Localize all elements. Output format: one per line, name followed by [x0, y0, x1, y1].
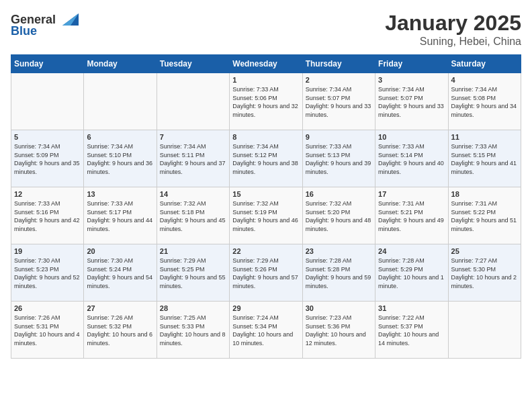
day-number: 6 [87, 133, 153, 141]
calendar-cell: 25Sunrise: 7:27 AM Sunset: 5:30 PM Dayli… [448, 244, 521, 302]
day-info: Sunrise: 7:33 AM Sunset: 5:15 PM Dayligh… [451, 142, 518, 176]
weekday-wednesday: Wednesday [230, 55, 302, 73]
day-number: 28 [160, 304, 226, 312]
day-number: 25 [451, 247, 518, 255]
day-info: Sunrise: 7:32 AM Sunset: 5:20 PM Dayligh… [306, 199, 372, 233]
calendar-cell [84, 73, 157, 130]
calendar-cell: 13Sunrise: 7:33 AM Sunset: 5:17 PM Dayli… [84, 187, 157, 244]
day-number: 9 [306, 133, 372, 141]
day-number: 19 [14, 247, 81, 255]
day-number: 31 [378, 304, 445, 312]
location-title: Suning, Hebei, China [385, 36, 521, 48]
day-number: 10 [378, 133, 445, 141]
day-info: Sunrise: 7:29 AM Sunset: 5:26 PM Dayligh… [232, 257, 299, 290]
day-info: Sunrise: 7:25 AM Sunset: 5:33 PM Dayligh… [160, 314, 226, 347]
day-info: Sunrise: 7:34 AM Sunset: 5:07 PM Dayligh… [378, 85, 445, 119]
day-number: 16 [306, 190, 372, 198]
day-info: Sunrise: 7:28 AM Sunset: 5:29 PM Dayligh… [378, 257, 445, 290]
day-number: 26 [14, 304, 81, 312]
day-info: Sunrise: 7:32 AM Sunset: 5:19 PM Dayligh… [232, 199, 299, 233]
day-info: Sunrise: 7:30 AM Sunset: 5:23 PM Dayligh… [14, 257, 81, 290]
calendar-cell: 28Sunrise: 7:25 AM Sunset: 5:33 PM Dayli… [157, 302, 229, 359]
day-number: 20 [87, 247, 153, 255]
day-info: Sunrise: 7:33 AM Sunset: 5:06 PM Dayligh… [232, 85, 299, 119]
day-info: Sunrise: 7:34 AM Sunset: 5:11 PM Dayligh… [160, 142, 226, 176]
day-info: Sunrise: 7:22 AM Sunset: 5:37 PM Dayligh… [378, 314, 445, 347]
weekday-sunday: Sunday [11, 55, 84, 73]
day-info: Sunrise: 7:30 AM Sunset: 5:24 PM Dayligh… [87, 257, 153, 290]
day-info: Sunrise: 7:26 AM Sunset: 5:31 PM Dayligh… [14, 314, 81, 347]
calendar-cell: 3Sunrise: 7:34 AM Sunset: 5:07 PM Daylig… [375, 73, 448, 130]
day-number: 23 [306, 247, 372, 255]
calendar-cell: 19Sunrise: 7:30 AM Sunset: 5:23 PM Dayli… [11, 244, 84, 302]
calendar-cell: 15Sunrise: 7:32 AM Sunset: 5:19 PM Dayli… [230, 187, 302, 244]
calendar-cell: 20Sunrise: 7:30 AM Sunset: 5:24 PM Dayli… [84, 244, 157, 302]
day-number: 12 [14, 190, 81, 198]
day-info: Sunrise: 7:33 AM Sunset: 5:17 PM Dayligh… [87, 199, 153, 233]
weekday-thursday: Thursday [302, 55, 375, 73]
day-number: 5 [14, 133, 81, 141]
logo-icon [57, 11, 79, 28]
calendar-cell: 29Sunrise: 7:24 AM Sunset: 5:34 PM Dayli… [230, 302, 302, 359]
day-number: 2 [306, 76, 372, 84]
weekday-monday: Monday [84, 55, 157, 73]
calendar-cell: 18Sunrise: 7:31 AM Sunset: 5:22 PM Dayli… [448, 187, 521, 244]
day-info: Sunrise: 7:34 AM Sunset: 5:12 PM Dayligh… [232, 142, 299, 176]
day-number: 4 [451, 76, 518, 84]
calendar-cell: 2Sunrise: 7:34 AM Sunset: 5:07 PM Daylig… [302, 73, 375, 130]
calendar-cell: 30Sunrise: 7:23 AM Sunset: 5:36 PM Dayli… [302, 302, 375, 359]
calendar-cell: 4Sunrise: 7:34 AM Sunset: 5:08 PM Daylig… [448, 73, 521, 130]
day-number: 1 [232, 76, 299, 84]
day-number: 30 [306, 304, 372, 312]
calendar-table: SundayMondayTuesdayWednesdayThursdayFrid… [11, 54, 521, 359]
day-number: 21 [160, 247, 226, 255]
week-row-4: 19Sunrise: 7:30 AM Sunset: 5:23 PM Dayli… [11, 244, 521, 302]
calendar-cell [157, 73, 229, 130]
calendar-cell: 12Sunrise: 7:33 AM Sunset: 5:16 PM Dayli… [11, 187, 84, 244]
month-title: January 2025 [385, 11, 521, 36]
calendar-cell: 17Sunrise: 7:31 AM Sunset: 5:21 PM Dayli… [375, 187, 448, 244]
day-number: 15 [232, 190, 299, 198]
calendar-cell: 27Sunrise: 7:26 AM Sunset: 5:32 PM Dayli… [84, 302, 157, 359]
week-row-1: 1Sunrise: 7:33 AM Sunset: 5:06 PM Daylig… [11, 73, 521, 130]
week-row-3: 12Sunrise: 7:33 AM Sunset: 5:16 PM Dayli… [11, 187, 521, 244]
day-number: 14 [160, 190, 226, 198]
day-info: Sunrise: 7:27 AM Sunset: 5:30 PM Dayligh… [451, 257, 518, 290]
day-number: 13 [87, 190, 153, 198]
calendar-cell: 24Sunrise: 7:28 AM Sunset: 5:29 PM Dayli… [375, 244, 448, 302]
calendar-cell: 5Sunrise: 7:34 AM Sunset: 5:09 PM Daylig… [11, 130, 84, 187]
day-info: Sunrise: 7:24 AM Sunset: 5:34 PM Dayligh… [232, 314, 299, 347]
day-info: Sunrise: 7:31 AM Sunset: 5:21 PM Dayligh… [378, 199, 445, 233]
week-row-2: 5Sunrise: 7:34 AM Sunset: 5:09 PM Daylig… [11, 130, 521, 187]
day-info: Sunrise: 7:29 AM Sunset: 5:25 PM Dayligh… [160, 257, 226, 290]
calendar-cell: 16Sunrise: 7:32 AM Sunset: 5:20 PM Dayli… [302, 187, 375, 244]
calendar-cell: 22Sunrise: 7:29 AM Sunset: 5:26 PM Dayli… [230, 244, 302, 302]
calendar-cell: 21Sunrise: 7:29 AM Sunset: 5:25 PM Dayli… [157, 244, 229, 302]
calendar-cell: 31Sunrise: 7:22 AM Sunset: 5:37 PM Dayli… [375, 302, 448, 359]
day-info: Sunrise: 7:32 AM Sunset: 5:18 PM Dayligh… [160, 199, 226, 233]
calendar-cell: 23Sunrise: 7:28 AM Sunset: 5:28 PM Dayli… [302, 244, 375, 302]
day-info: Sunrise: 7:33 AM Sunset: 5:14 PM Dayligh… [378, 142, 445, 176]
day-number: 24 [378, 247, 445, 255]
day-number: 11 [451, 133, 518, 141]
calendar-cell: 6Sunrise: 7:34 AM Sunset: 5:10 PM Daylig… [84, 130, 157, 187]
weekday-friday: Friday [375, 55, 448, 73]
calendar-cell: 9Sunrise: 7:33 AM Sunset: 5:13 PM Daylig… [302, 130, 375, 187]
day-number: 29 [232, 304, 299, 312]
day-number: 7 [160, 133, 226, 141]
day-info: Sunrise: 7:31 AM Sunset: 5:22 PM Dayligh… [451, 199, 518, 233]
calendar-cell: 7Sunrise: 7:34 AM Sunset: 5:11 PM Daylig… [157, 130, 229, 187]
calendar-cell [11, 73, 84, 130]
calendar-cell: 8Sunrise: 7:34 AM Sunset: 5:12 PM Daylig… [230, 130, 302, 187]
day-info: Sunrise: 7:23 AM Sunset: 5:36 PM Dayligh… [306, 314, 372, 347]
day-info: Sunrise: 7:34 AM Sunset: 5:09 PM Dayligh… [14, 142, 81, 176]
weekday-tuesday: Tuesday [157, 55, 229, 73]
day-info: Sunrise: 7:33 AM Sunset: 5:13 PM Dayligh… [306, 142, 372, 176]
day-number: 8 [232, 133, 299, 141]
logo: General Blue [11, 11, 80, 38]
day-number: 17 [378, 190, 445, 198]
logo-blue-text: Blue [11, 24, 37, 38]
day-info: Sunrise: 7:34 AM Sunset: 5:08 PM Dayligh… [451, 85, 518, 119]
calendar-cell [448, 302, 521, 359]
calendar-cell: 10Sunrise: 7:33 AM Sunset: 5:14 PM Dayli… [375, 130, 448, 187]
